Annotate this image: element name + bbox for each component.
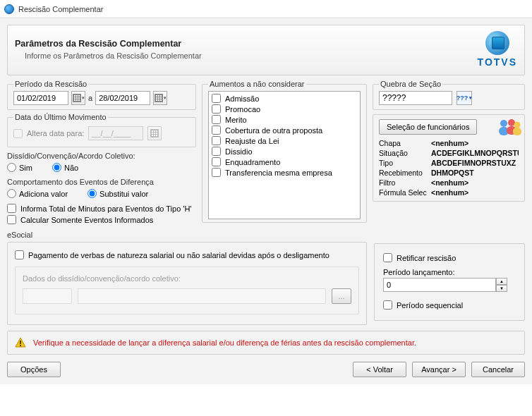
chk-periodo-sequencial[interactable] xyxy=(383,300,392,310)
footer: Opções < Voltar Avançar > Cancelar xyxy=(7,362,525,377)
aumentos-group: Aumentos a não considerar AdmissãoPromoc… xyxy=(202,80,367,223)
periodo-start-calendar-icon[interactable] xyxy=(71,91,85,105)
dissidio-radios: Sim Não xyxy=(7,163,196,172)
page-subtitle: Informe os Parâmetros da Rescisão Comple… xyxy=(15,51,202,60)
page-title: Parâmetros da Rescisão Complementar xyxy=(15,39,202,49)
svg-point-0 xyxy=(500,120,507,127)
content-columns: Período da Rescisão a Data do Último Mov… xyxy=(7,80,525,226)
comportamento-label: Comportamento dos Eventos de Diferença xyxy=(7,178,196,186)
aumentos-item-label: Promocao xyxy=(225,105,260,114)
periodo-end-input[interactable] xyxy=(95,91,150,105)
window-title: Rescisão Complementar xyxy=(18,5,103,13)
brand-logo: TOTVS xyxy=(478,31,517,68)
comp-substitui[interactable]: Substitui valor xyxy=(87,189,148,198)
periodo-lancamento-input[interactable] xyxy=(383,278,496,292)
aumentos-listbox[interactable]: AdmissãoPromocaoMeritoCobertura de outra… xyxy=(208,91,361,219)
aumentos-item-checkbox[interactable] xyxy=(212,126,221,135)
esocial-box: Pagamento de verbas de natureza salarial… xyxy=(7,242,367,325)
selecao-value: DHMOPQST xyxy=(431,169,519,177)
aumentos-item[interactable]: Promocao xyxy=(210,104,358,114)
dissidio-nao[interactable]: Não xyxy=(52,163,78,172)
comp-adiciona[interactable]: Adiciona valor xyxy=(7,189,68,198)
quebra-lookup-button[interactable]: ??? xyxy=(457,91,472,105)
svg-rect-8 xyxy=(20,345,21,346)
selecao-key: Chapa xyxy=(379,139,431,147)
aumentos-item-checkbox[interactable] xyxy=(212,157,221,166)
altera-data-calendar-icon xyxy=(147,126,162,140)
selecao-value: <nenhum> xyxy=(431,139,519,147)
aumentos-item-checkbox[interactable] xyxy=(212,168,221,177)
retificar-box: Retificar rescisão Período lançamento: ▲… xyxy=(374,243,525,321)
aumentos-item[interactable]: Reajuste da Lei xyxy=(210,135,358,146)
dissidio-nao-label: Não xyxy=(64,164,78,172)
column-right: Quebra de Seção ??? Seleção de funcionár… xyxy=(373,80,525,226)
chk-calcular[interactable] xyxy=(7,215,16,224)
next-button[interactable]: Avançar > xyxy=(412,362,466,377)
periodo-spin-down[interactable]: ▼ xyxy=(496,285,507,292)
periodo-start-input[interactable] xyxy=(13,91,68,105)
opcoes-button[interactable]: Opções xyxy=(7,362,61,377)
quebra-legend: Quebra de Seção xyxy=(379,80,442,88)
aumentos-item[interactable]: Admissão xyxy=(210,93,358,104)
aumentos-item-label: Enquadramento xyxy=(225,158,280,166)
aumentos-item-label: Cobertura de outra proposta xyxy=(225,126,322,135)
aumentos-item-checkbox[interactable] xyxy=(212,136,221,145)
ultimo-movimento-group: Data do Último Movimento Altera data par… xyxy=(7,113,196,147)
chk-calcular-label: Calcular Somente Eventos Informados xyxy=(20,216,153,224)
cancel-button[interactable]: Cancelar xyxy=(471,362,525,377)
aumentos-item-label: Dissidio xyxy=(225,147,253,156)
quebra-input[interactable] xyxy=(379,91,452,105)
aumentos-item[interactable]: Dissidio xyxy=(210,146,358,157)
chk-minutos[interactable] xyxy=(7,204,16,213)
aumentos-item[interactable]: Transferencia mesma empresa xyxy=(210,167,358,178)
selecao-key: Situação xyxy=(379,149,431,157)
selecao-value: ACDEFGIKLMNOPQRSTU xyxy=(431,149,519,157)
window-body: Parâmetros da Rescisão Complementar Info… xyxy=(0,18,532,384)
altera-data-label: Altera data para: xyxy=(27,129,84,137)
quebra-secao-group: Quebra de Seção ??? xyxy=(373,80,525,110)
aumentos-item[interactable]: Cobertura de outra proposta xyxy=(210,125,358,135)
selecao-funcionarios-button[interactable]: Seleção de funcionários xyxy=(379,119,477,135)
ultimo-mov-legend: Data do Último Movimento xyxy=(13,113,108,121)
svg-rect-7 xyxy=(20,341,21,344)
selecao-box: Seleção de funcionários Chapa<nenhum>Sit… xyxy=(373,114,525,202)
chk-pagamento-verbas[interactable] xyxy=(15,250,24,259)
aumentos-item-checkbox[interactable] xyxy=(212,104,221,114)
dados-dissidio-browse-button: ... xyxy=(332,288,351,304)
periodo-sep: a xyxy=(88,94,92,102)
periodo-end-calendar-icon[interactable] xyxy=(153,91,167,105)
selecao-value: <nenhum> xyxy=(431,188,519,197)
altera-data-checkbox[interactable] xyxy=(13,129,23,138)
warning-bar: Verifique a necessidade de lançar a dife… xyxy=(7,331,525,355)
chk-retificar[interactable] xyxy=(383,253,392,262)
titlebar: Rescisão Complementar xyxy=(0,0,532,18)
warning-icon xyxy=(15,337,26,348)
column-left: Período da Rescisão a Data do Último Mov… xyxy=(7,80,196,226)
selecao-value: <nenhum> xyxy=(431,178,519,187)
comp-adiciona-label: Adiciona valor xyxy=(19,190,68,198)
back-button[interactable]: < Voltar xyxy=(353,362,406,377)
people-icon xyxy=(497,117,521,137)
esocial-title: eSocial xyxy=(7,231,367,239)
aumentos-item-checkbox[interactable] xyxy=(212,94,221,103)
periodo-spin-up[interactable]: ▲ xyxy=(496,278,507,285)
chk-periodo-sequencial-label: Período sequencial xyxy=(397,301,463,310)
aumentos-item-checkbox[interactable] xyxy=(212,115,221,124)
dissidio-sim[interactable]: Sim xyxy=(7,163,32,172)
aumentos-item-label: Admissão xyxy=(225,94,259,103)
brand-text: TOTVS xyxy=(478,56,517,68)
aumentos-item[interactable]: Merito xyxy=(210,114,358,125)
selecao-summary: Chapa<nenhum>SituaçãoACDEFGIKLMNOPQRSTUT… xyxy=(379,139,519,197)
dissidio-label: Dissídio/Convenção/Acordo Coletivo: xyxy=(7,152,196,160)
comp-substitui-label: Substitui valor xyxy=(99,190,148,198)
column-middle: Aumentos a não considerar AdmissãoPromoc… xyxy=(202,80,367,226)
aumentos-item-checkbox[interactable] xyxy=(212,147,221,156)
selecao-value: ABCDEFIMNOPRSTUXZ xyxy=(431,159,519,167)
svg-rect-5 xyxy=(513,128,521,135)
aumentos-item-label: Transferencia mesma empresa xyxy=(225,169,332,177)
aumentos-item[interactable]: Enquadramento xyxy=(210,157,358,167)
periodo-rescisao-group: Período da Rescisão a xyxy=(7,80,196,110)
aumentos-item-label: Reajuste da Lei xyxy=(225,137,279,145)
warning-text: Verifique a necessidade de lançar a dife… xyxy=(33,338,416,347)
chk-minutos-label: Informa Total de Minutos para Eventos do… xyxy=(20,204,191,213)
